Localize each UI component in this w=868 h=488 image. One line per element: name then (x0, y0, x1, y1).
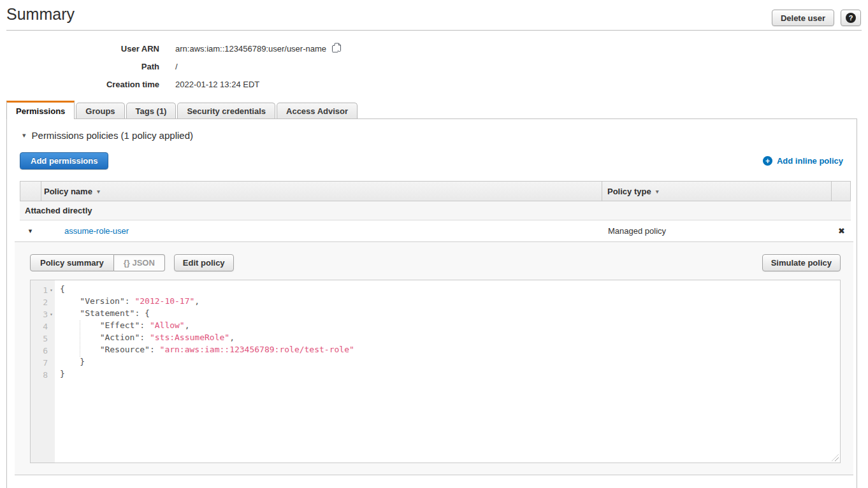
tab-tags[interactable]: Tags (1) (126, 103, 177, 118)
expand-column-header (20, 182, 41, 201)
attached-directly-group-row: Attached directly (20, 201, 851, 220)
iam-user-summary-page: Summary Delete user ? User ARN arn:aws:i… (0, 0, 868, 488)
help-button[interactable]: ? (841, 10, 861, 26)
code-line: "Resource": "arn:aws:iam::123456789:role… (60, 345, 840, 357)
simulate-policy-button[interactable]: Simulate policy (762, 254, 841, 271)
policy-type-column-header[interactable]: Policy type ▾ (602, 182, 832, 201)
copy-icon[interactable] (331, 43, 342, 55)
detail-row-path: Path / (0, 57, 342, 75)
user-arn-value: arn:aws:iam::123456789:user/user-name (175, 44, 326, 54)
actions-column-header (832, 182, 850, 201)
plus-icon: + (763, 156, 772, 166)
json-policy-editor[interactable]: 1▾23▾45678 { "Version": "2012-10-17", "S… (30, 280, 841, 463)
policy-type-cell: Managed policy (603, 226, 832, 236)
tab-bar: Permissions Groups Tags (1) Security cre… (6, 101, 857, 119)
policy-view-switcher: Policy summary {} JSON (30, 254, 165, 271)
header-divider (6, 30, 862, 31)
detail-row-creation-time: Creation time 2022-01-12 13:24 EDT (0, 75, 342, 93)
code-line: "Version": "2012-10-17", (60, 296, 840, 308)
indent-guide (80, 320, 80, 357)
code-line: "Effect": "Allow", (60, 320, 840, 333)
detail-value: arn:aws:iam::123456789:user/user-name (159, 43, 342, 55)
policy-table-row: ▾ assume-role-user Managed policy ✖ (20, 220, 851, 241)
delete-user-button[interactable]: Delete user (772, 10, 834, 26)
detach-policy-icon[interactable]: ✖ (838, 226, 845, 236)
tab-access-advisor[interactable]: Access Advisor (277, 103, 358, 118)
row-collapse-icon[interactable]: ▾ (29, 227, 33, 235)
row-expand-cell: ▾ (20, 227, 41, 235)
policy-name-cell: assume-role-user (41, 226, 603, 236)
policies-table-header: Policy name ▾ Policy type ▾ (20, 181, 851, 201)
tab-permissions[interactable]: Permissions (6, 101, 75, 119)
policy-type-header-label: Policy type (607, 187, 651, 196)
policy-detail-panel: Policy summary {} JSON Edit policy Simul… (15, 241, 853, 475)
add-inline-policy-label: Add inline policy (777, 156, 843, 166)
creation-time-value: 2022-01-12 13:24 EDT (159, 80, 259, 89)
code-line: "Statement": { (60, 308, 840, 320)
permissions-policies-section-toggle[interactable]: ▾ Permissions policies (1 policy applied… (22, 130, 193, 141)
detail-label: Creation time (0, 80, 159, 89)
sort-caret-icon: ▾ (97, 188, 100, 195)
policy-detail-toolbar: Policy summary {} JSON Edit policy Simul… (30, 254, 841, 271)
tab-security-credentials[interactable]: Security credentials (177, 103, 275, 118)
page-actions: Delete user ? (772, 10, 861, 26)
json-view-button[interactable]: {} JSON (114, 254, 165, 271)
add-inline-policy-link[interactable]: + Add inline policy (763, 156, 843, 166)
section-heading-label: Permissions policies (1 policy applied) (32, 130, 193, 141)
json-editor-code[interactable]: { "Version": "2012-10-17", "Statement": … (55, 280, 840, 463)
policy-name-link[interactable]: assume-role-user (64, 226, 129, 236)
code-line: } (60, 369, 840, 381)
policy-name-column-header[interactable]: Policy name ▾ (41, 182, 602, 201)
detail-label: Path (0, 62, 159, 71)
policy-actions-bar: Add permissions + Add inline policy (20, 152, 843, 169)
fold-toggle-icon[interactable]: ▾ (48, 312, 55, 317)
tab-groups[interactable]: Groups (76, 103, 124, 118)
detail-row-user-arn: User ARN arn:aws:iam::123456789:user/use… (0, 39, 342, 57)
policies-table: Policy name ▾ Policy type ▾ Attached dir… (20, 181, 851, 241)
editor-resize-handle[interactable] (832, 454, 839, 461)
help-icon: ? (846, 13, 856, 23)
code-line: } (60, 357, 840, 369)
code-line: { (60, 284, 840, 296)
sort-caret-icon: ▾ (656, 188, 659, 195)
json-editor-gutter: 1▾23▾45678 (31, 280, 55, 463)
edit-policy-button[interactable]: Edit policy (174, 254, 234, 271)
fold-toggle-icon[interactable]: ▾ (48, 287, 55, 293)
chevron-down-icon: ▾ (22, 131, 26, 140)
user-details: User ARN arn:aws:iam::123456789:user/use… (0, 39, 342, 93)
json-editor-lines: { "Version": "2012-10-17", "Statement": … (60, 284, 840, 381)
add-permissions-button[interactable]: Add permissions (20, 152, 108, 169)
permissions-tab-panel: ▾ Permissions policies (1 policy applied… (6, 118, 857, 488)
policy-actions-cell: ✖ (832, 226, 851, 236)
path-value: / (159, 62, 178, 71)
detail-label: User ARN (0, 44, 159, 54)
code-line: "Action": "sts:AssumeRole", (60, 333, 840, 345)
policy-name-header-label: Policy name (44, 187, 92, 196)
policy-summary-view-button[interactable]: Policy summary (30, 254, 114, 271)
page-title: Summary (6, 5, 75, 24)
